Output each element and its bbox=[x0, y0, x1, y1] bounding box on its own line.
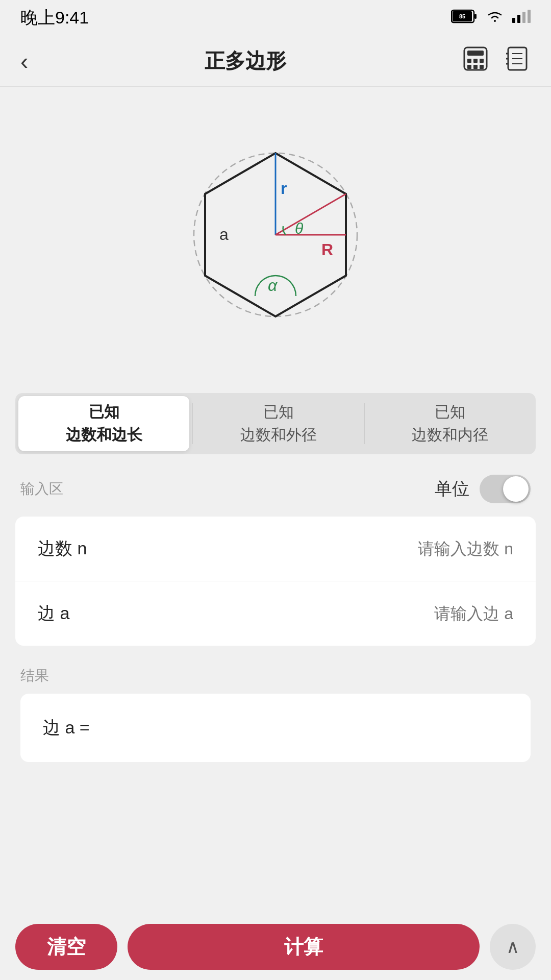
svg-rect-2 bbox=[474, 14, 477, 19]
tab-sides-outer[interactable]: 已知 边数和外径 bbox=[193, 393, 364, 454]
result-card: 边 a = bbox=[20, 694, 531, 762]
svg-rect-14 bbox=[473, 65, 478, 69]
unit-row: 单位 bbox=[435, 475, 531, 503]
tab1-line2: 边数和边长 bbox=[66, 425, 142, 446]
calc-button[interactable]: 计算 bbox=[128, 924, 480, 970]
input-row-a: 边 a bbox=[15, 581, 536, 646]
wifi-icon bbox=[486, 10, 504, 26]
battery-indicator: 85 bbox=[451, 9, 478, 27]
svg-text:θ: θ bbox=[295, 220, 304, 237]
result-section-label: 结果 bbox=[20, 666, 531, 685]
toggle-knob bbox=[503, 476, 529, 502]
svg-text:R: R bbox=[321, 240, 333, 259]
svg-line-27 bbox=[276, 194, 346, 235]
label-a: 边 a bbox=[38, 602, 140, 625]
tab-sides-inner[interactable]: 已知 边数和内径 bbox=[365, 393, 536, 454]
input-n[interactable] bbox=[150, 540, 513, 558]
svg-rect-7 bbox=[528, 10, 531, 23]
input-a[interactable] bbox=[150, 604, 513, 623]
tab-sides-length[interactable]: 已知 边数和边长 bbox=[18, 396, 189, 451]
result-section: 结果 边 a = bbox=[0, 651, 551, 767]
svg-rect-13 bbox=[467, 65, 471, 69]
tab3-line1: 已知 bbox=[435, 402, 465, 423]
tabs: 已知 边数和边长 已知 边数和外径 已知 边数和内径 bbox=[15, 393, 536, 454]
tabs-container: 已知 边数和边长 已知 边数和外径 已知 边数和内径 bbox=[0, 383, 551, 464]
svg-text:r: r bbox=[281, 179, 287, 198]
scroll-up-button[interactable]: ∧ bbox=[490, 924, 536, 970]
input-section-header: 输入区 单位 bbox=[0, 464, 551, 511]
svg-text:α: α bbox=[268, 276, 278, 295]
svg-rect-4 bbox=[512, 18, 515, 23]
header: ‹ 正多边形 bbox=[0, 36, 551, 87]
tab2-line2: 边数和外径 bbox=[240, 425, 317, 446]
status-icons: 85 bbox=[451, 9, 531, 27]
unit-toggle[interactable] bbox=[480, 475, 531, 503]
back-button[interactable]: ‹ bbox=[20, 47, 28, 75]
tab3-line2: 边数和内径 bbox=[412, 425, 488, 446]
label-n: 边数 n bbox=[38, 537, 140, 560]
header-actions bbox=[462, 45, 531, 77]
svg-text:a: a bbox=[219, 225, 229, 243]
notebook-icon[interactable] bbox=[504, 45, 531, 77]
result-a: 边 a = bbox=[43, 716, 508, 740]
tab2-line1: 已知 bbox=[263, 402, 294, 423]
svg-rect-5 bbox=[517, 15, 520, 23]
svg-rect-12 bbox=[480, 59, 484, 63]
diagram-area: r R θ α a bbox=[0, 87, 551, 383]
input-section-label: 输入区 bbox=[20, 479, 63, 499]
polygon-diagram: r R θ α a bbox=[168, 128, 383, 342]
unit-label: 单位 bbox=[435, 477, 469, 501]
input-card: 边数 n 边 a bbox=[15, 517, 536, 646]
svg-rect-9 bbox=[467, 51, 484, 56]
svg-rect-11 bbox=[473, 59, 478, 63]
svg-rect-10 bbox=[467, 59, 471, 63]
bottom-bar: 清空 计算 ∧ bbox=[0, 914, 551, 980]
chevron-up-icon: ∧ bbox=[506, 936, 519, 958]
calculator-icon[interactable] bbox=[462, 45, 489, 77]
status-time: 晚上9:41 bbox=[20, 6, 89, 30]
clear-button[interactable]: 清空 bbox=[15, 924, 117, 970]
input-row-n: 边数 n bbox=[15, 517, 536, 581]
status-bar: 晚上9:41 85 bbox=[0, 0, 551, 36]
svg-rect-15 bbox=[480, 65, 484, 69]
tab1-line1: 已知 bbox=[89, 402, 119, 423]
svg-text:85: 85 bbox=[459, 13, 465, 19]
svg-rect-6 bbox=[522, 12, 525, 23]
signal-icon bbox=[512, 10, 531, 26]
page-title: 正多边形 bbox=[205, 47, 286, 75]
